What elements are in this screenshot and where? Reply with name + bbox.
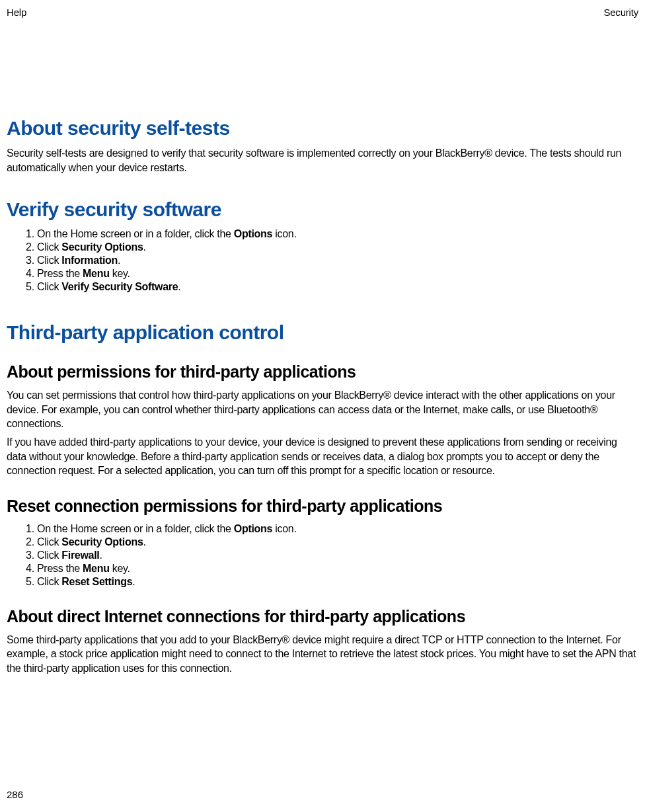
heading-third-party-control: Third-party application control [7,321,638,344]
para-direct-internet: Some third-party applications that you a… [7,633,638,676]
heading-about-permissions: About permissions for third-party applic… [7,362,638,382]
step-1: On the Home screen or in a folder, click… [37,522,638,536]
heading-verify-security-software: Verify security software [7,198,638,221]
steps-verify: On the Home screen or in a folder, click… [7,227,638,294]
page-number: 286 [7,789,23,800]
heading-about-self-tests: About security self-tests [7,117,638,140]
step-4: Press the Menu key. [37,267,638,280]
para-permissions-2: If you have added third-party applicatio… [7,435,638,478]
step-3: Click Firewall. [37,549,638,562]
heading-reset-permissions: Reset connection permissions for third-p… [7,497,638,516]
page: Help Security About security self-tests … [0,0,645,812]
step-5: Click Reset Settings. [37,575,638,589]
step-2: Click Security Options. [37,241,638,254]
heading-direct-internet: About direct Internet connections for th… [7,607,638,626]
step-3: Click Information. [37,254,638,267]
header-left: Help [7,7,26,18]
step-1: On the Home screen or in a folder, click… [37,227,638,241]
step-4: Press the Menu key. [37,562,638,575]
header-right: Security [603,7,638,18]
step-5: Click Verify Security Software. [37,280,638,294]
step-2: Click Security Options. [37,536,638,549]
para-self-tests: Security self-tests are designed to veri… [7,146,638,175]
content: About security self-tests Security self-… [7,18,638,680]
steps-reset: On the Home screen or in a folder, click… [7,522,638,589]
page-header: Help Security [7,7,638,18]
para-permissions-1: You can set permissions that control how… [7,388,638,431]
